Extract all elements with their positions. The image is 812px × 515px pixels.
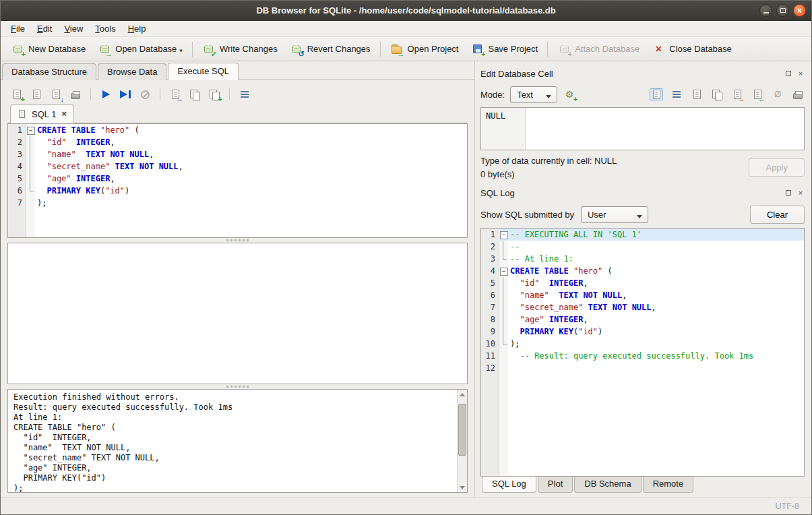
tab-database-structure[interactable]: Database Structure [2, 63, 96, 80]
save-project-button[interactable]: + Save Project [464, 40, 544, 59]
stop-execution-icon[interactable] [138, 88, 152, 100]
execution-log[interactable]: Execution finished without errors. Resul… [8, 390, 457, 492]
menu-file[interactable]: File [5, 22, 31, 36]
menu-edit[interactable]: Edit [31, 22, 58, 36]
scroll-up-icon[interactable] [458, 390, 467, 399]
float-dock-icon[interactable] [784, 69, 792, 78]
tab-db-schema[interactable]: DB Schema [574, 476, 641, 493]
close-sql-tab-icon[interactable]: × [61, 110, 67, 118]
tab-label: SQL Log [492, 479, 526, 489]
open-database-button[interactable]: → Open Database ▾ [92, 40, 189, 59]
word-wrap-icon[interactable] [670, 88, 683, 100]
scrollbar-thumb[interactable] [458, 404, 466, 456]
line-number: 6 [481, 289, 499, 301]
write-changes-button[interactable]: ✓ Write Changes [196, 40, 284, 59]
line-number: 2 [481, 241, 499, 253]
save-sql-file-icon[interactable]: ↓ [49, 88, 63, 100]
open-file-in-cell-icon[interactable] [690, 88, 704, 100]
text-mode-icon[interactable] [650, 88, 663, 100]
tab-remote[interactable]: Remote [643, 476, 694, 493]
clear-button[interactable]: Clear [750, 206, 805, 224]
print-cell-icon[interactable] [791, 88, 805, 100]
auto-format-icon[interactable]: ⚙+ [563, 88, 576, 100]
scrollbar-track[interactable] [458, 399, 467, 483]
menu-view[interactable]: View [58, 22, 89, 36]
execution-log-pane: Execution finished without errors. Resul… [7, 389, 468, 493]
fold-marker-icon[interactable] [499, 265, 508, 277]
open-in-new-tab-icon[interactable]: + [208, 88, 221, 100]
submitted-by-combo[interactable]: User [581, 206, 648, 223]
tab-browse-data[interactable]: Browse Data [98, 63, 166, 80]
close-database-label: Close Database [669, 44, 732, 54]
print-icon[interactable] [69, 88, 82, 100]
import-cell-icon[interactable]: ← [751, 88, 764, 100]
toolbar-separator [380, 42, 381, 57]
revert-changes-button[interactable]: ↺ Revert Changes [284, 40, 377, 59]
close-database-button[interactable]: × Close Database [646, 40, 738, 59]
encoding-indicator[interactable]: UTF-8 [776, 502, 799, 511]
set-null-icon[interactable]: ∅ [771, 88, 784, 100]
filter-label: Show SQL submitted by [480, 210, 574, 220]
fold-marker-icon[interactable] [499, 229, 508, 241]
line-number: 1 [8, 124, 26, 136]
tab-execute-sql[interactable]: Execute SQL [168, 63, 239, 80]
maximize-button[interactable] [776, 4, 789, 17]
line-number: 5 [481, 277, 499, 289]
editor-results-splitter[interactable] [7, 238, 468, 243]
open-database-dropdown-icon[interactable]: ▾ [179, 47, 183, 55]
fold-marker-icon[interactable] [26, 124, 35, 136]
close-dock-icon[interactable]: × [797, 69, 805, 78]
log-scrollbar[interactable] [457, 390, 467, 492]
sql-tab[interactable]: SQL 1 × [10, 104, 74, 123]
code-line: 2 "id" INTEGER, [8, 136, 467, 148]
results-log-splitter[interactable] [7, 384, 468, 389]
sql-log-view[interactable]: 1-- EXECUTING ALL IN 'SQL 1'2--3-- At li… [480, 228, 805, 477]
sql-log-header: SQL Log × [480, 185, 805, 201]
tab-plot[interactable]: Plot [538, 476, 573, 493]
line-number: 9 [481, 326, 499, 338]
window-title: DB Browser for SQLite - /home/user/code/… [256, 5, 555, 16]
fold-margin [26, 148, 35, 160]
new-database-icon: + [11, 43, 24, 55]
code-line: 1-- EXECUTING ALL IN 'SQL 1' [481, 229, 804, 241]
code-text: CREATE TABLE "hero" ( [35, 124, 467, 136]
tab-label: Browse Data [107, 67, 157, 77]
open-project-button[interactable]: → Open Project [384, 40, 465, 59]
save-project-label: Save Project [488, 44, 538, 54]
export-results-icon[interactable]: → [168, 88, 182, 100]
float-dock-icon[interactable] [784, 189, 792, 197]
export-cell-icon[interactable]: → [730, 88, 744, 100]
revert-changes-label: Revert Changes [307, 44, 371, 54]
open-database-label: Open Database [115, 44, 177, 54]
tab-sql-log[interactable]: SQL Log [482, 476, 536, 493]
save-results-icon[interactable] [188, 88, 201, 100]
sql-editor[interactable]: 1CREATE TABLE "hero" (2 "id" INTEGER,3 "… [7, 123, 468, 238]
edit-cell-header: Edit Database Cell × [480, 65, 805, 82]
menu-help[interactable]: Help [122, 22, 152, 36]
scroll-down-icon[interactable] [458, 483, 467, 492]
attach-database-button[interactable]: + Attach Database [551, 40, 646, 59]
apply-button[interactable]: Apply [749, 158, 805, 177]
execute-current-line-icon[interactable] [119, 88, 132, 100]
cell-value-area: NULL [481, 108, 526, 150]
execute-all-icon[interactable] [99, 88, 113, 100]
code-text: "id" INTEGER, [508, 277, 804, 289]
mode-combo[interactable]: Text [510, 86, 557, 103]
results-pane[interactable] [7, 243, 468, 384]
line-number: 1 [481, 229, 499, 241]
cell-value: NULL [486, 111, 505, 121]
format-sql-icon[interactable] [238, 88, 251, 100]
new-database-button[interactable]: + New Database [5, 40, 92, 59]
minimize-button[interactable] [759, 4, 772, 17]
fold-margin [499, 289, 508, 301]
menu-tools[interactable]: Tools [89, 22, 121, 36]
close-dock-icon[interactable]: × [797, 189, 805, 197]
close-window-button[interactable]: × [793, 4, 806, 17]
new-sql-tab-icon[interactable]: + [10, 88, 24, 100]
code-line: 4 "secret_name" TEXT NOT NULL, [8, 160, 467, 173]
titlebar[interactable]: DB Browser for SQLite - /home/user/code/… [1, 1, 811, 21]
cell-editor[interactable]: NULL [480, 107, 805, 150]
open-sql-file-icon[interactable] [30, 88, 43, 100]
copy-cell-icon[interactable] [710, 88, 724, 100]
line-number: 6 [8, 185, 26, 197]
